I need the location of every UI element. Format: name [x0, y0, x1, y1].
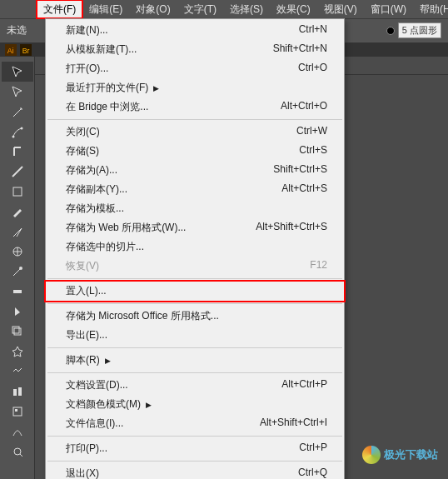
menu-item-label: 置入(L)...: [66, 284, 107, 298]
file-menu-item-23[interactable]: 文档颜色模式(M): [46, 395, 344, 414]
menu-item-shortcut: Alt+Ctrl+S: [281, 182, 327, 197]
file-menu-item-22[interactable]: 文档设置(D)...Alt+Ctrl+P: [46, 376, 344, 395]
svg-rect-10: [14, 328, 21, 335]
artboard-tool[interactable]: [2, 402, 33, 422]
svg-point-5: [21, 127, 23, 130]
file-menu-item-6[interactable]: 关闭(C)Ctrl+W: [46, 122, 344, 142]
magic-wand-tool[interactable]: [2, 102, 33, 122]
selection-tool[interactable]: [2, 62, 33, 82]
file-menu-item-9[interactable]: 存储副本(Y)...Alt+Ctrl+S: [46, 180, 344, 199]
menu-item-shortcut: Alt+Ctrl+O: [281, 100, 327, 114]
zoom-tool[interactable]: [2, 442, 33, 462]
stroke-style-select[interactable]: 5 点圆形: [398, 22, 441, 38]
watermark-text: 极光下载站: [384, 447, 438, 462]
type-tool[interactable]: [2, 142, 33, 162]
svg-rect-12: [13, 389, 17, 396]
menu-item-label: 打印(P)...: [66, 442, 107, 456]
menu-4[interactable]: 选择(S): [223, 0, 270, 18]
menu-separator: [47, 436, 342, 437]
file-menu-item-20[interactable]: 脚本(R): [46, 351, 344, 370]
rectangle-tool[interactable]: [2, 182, 33, 202]
menu-item-label: 新建(N)...: [66, 23, 108, 37]
menu-item-label: 退出(X): [66, 467, 99, 479]
menu-7[interactable]: 窗口(W): [364, 0, 413, 18]
menu-item-shortcut: Ctrl+N: [299, 23, 327, 37]
file-menu-item-15[interactable]: 置入(L)...: [46, 282, 344, 301]
stroke-style-box: 5 点圆形: [386, 22, 441, 38]
no-selection-label: 未选: [7, 23, 27, 37]
file-menu-item-26[interactable]: 打印(P)...Ctrl+P: [46, 439, 344, 458]
svg-rect-13: [18, 387, 22, 396]
menu-item-label: 存储为模板...: [66, 202, 124, 216]
menu-item-shortcut: Alt+Ctrl+P: [281, 378, 327, 392]
width-tool[interactable]: [2, 262, 33, 282]
menu-item-label: 打开(O)...: [66, 62, 108, 76]
menu-item-label: 存储为 Web 所用格式(W)...: [66, 221, 186, 235]
direct-selection-tool[interactable]: [2, 82, 33, 102]
menu-separator: [47, 347, 342, 348]
menu-5[interactable]: 效果(C): [270, 0, 317, 18]
menu-item-label: 文档颜色模式(M): [66, 397, 152, 412]
svg-point-8: [19, 267, 22, 270]
file-menu-item-13: 恢复(V)F12: [46, 257, 344, 276]
bridge-icon[interactable]: Br: [20, 44, 32, 56]
watermark-logo-icon: [362, 446, 381, 464]
file-menu-item-1[interactable]: 从模板新建(T)...Shift+Ctrl+N: [46, 40, 344, 59]
perspective-tool[interactable]: [2, 322, 33, 342]
stroke-dot-icon: [386, 27, 395, 35]
menu-item-shortcut: Ctrl+S: [299, 144, 327, 158]
file-menu-item-12[interactable]: 存储选中的切片...: [46, 237, 344, 257]
menu-2[interactable]: 对象(O): [129, 0, 177, 18]
slice-tool[interactable]: [2, 422, 33, 442]
file-menu-item-24[interactable]: 文件信息(I)...Alt+Shift+Ctrl+I: [46, 414, 344, 433]
mesh-tool[interactable]: [2, 342, 33, 362]
menu-6[interactable]: 视图(V): [317, 0, 364, 18]
pen-tool[interactable]: [2, 122, 33, 142]
free-transform-tool[interactable]: [2, 282, 33, 302]
file-menu-item-18[interactable]: 导出(E)...: [46, 326, 344, 345]
svg-rect-15: [15, 409, 17, 412]
svg-rect-9: [13, 290, 22, 293]
menu-3[interactable]: 文字(T): [177, 0, 223, 18]
menu-separator: [47, 278, 342, 279]
file-menu-item-8[interactable]: 存储为(A)...Shift+Ctrl+S: [46, 161, 344, 180]
menu-item-shortcut: Ctrl+W: [296, 125, 327, 139]
column-graph-tool[interactable]: [2, 382, 33, 402]
file-menu-item-11[interactable]: 存储为 Web 所用格式(W)...Alt+Shift+Ctrl+S: [46, 218, 344, 237]
menu-item-label: 存储(S): [66, 144, 99, 158]
file-menu-item-4[interactable]: 在 Bridge 中浏览...Alt+Ctrl+O: [46, 97, 344, 117]
file-menu-item-2[interactable]: 打开(O)...Ctrl+O: [46, 59, 344, 78]
file-menu-item-17[interactable]: 存储为 Microsoft Office 所用格式...: [46, 307, 344, 326]
menu-item-label: 从模板新建(T)...: [66, 42, 137, 57]
menu-0[interactable]: 文件(F): [37, 0, 82, 18]
file-menu-item-3[interactable]: 最近打开的文件(F): [46, 78, 344, 97]
menu-item-label: 存储选中的切片...: [66, 240, 144, 254]
menu-separator: [47, 461, 342, 462]
file-menu-item-10[interactable]: 存储为模板...: [46, 199, 344, 218]
pencil-tool[interactable]: [2, 222, 33, 242]
menu-item-label: 脚本(R): [66, 353, 111, 367]
menu-8[interactable]: 帮助(H): [413, 0, 448, 18]
file-menu-item-0[interactable]: 新建(N)...Ctrl+N: [46, 21, 344, 40]
menu-1[interactable]: 编辑(E): [82, 0, 129, 18]
menubar: 文件(F)编辑(E)对象(O)文字(T)选择(S)效果(C)视图(V)窗口(W)…: [0, 0, 448, 18]
menu-item-label: 存储为 Microsoft Office 所用格式...: [66, 309, 219, 323]
rotate-tool[interactable]: [2, 242, 33, 262]
file-menu-item-7[interactable]: 存储(S)Ctrl+S: [46, 142, 344, 161]
menu-separator: [47, 372, 342, 373]
gradient-tool[interactable]: [2, 362, 33, 382]
svg-point-16: [14, 448, 21, 455]
line-tool[interactable]: [2, 162, 33, 182]
paintbrush-tool[interactable]: [2, 202, 33, 222]
menu-item-shortcut: Ctrl+Q: [298, 467, 327, 479]
shape-builder-tool[interactable]: [2, 302, 33, 322]
file-menu-item-28[interactable]: 退出(X)Ctrl+Q: [46, 464, 344, 479]
menu-item-label: 存储副本(Y)...: [66, 182, 127, 197]
menu-item-label: 关闭(C): [66, 125, 100, 139]
menu-item-label: 在 Bridge 中浏览...: [66, 100, 148, 114]
file-menu-dropdown: 新建(N)...Ctrl+N从模板新建(T)...Shift+Ctrl+N打开(…: [45, 18, 345, 479]
svg-point-4: [12, 136, 15, 138]
menu-separator: [47, 119, 342, 120]
svg-text:Ai: Ai: [7, 46, 14, 54]
app-logo-icon[interactable]: Ai: [5, 44, 17, 56]
